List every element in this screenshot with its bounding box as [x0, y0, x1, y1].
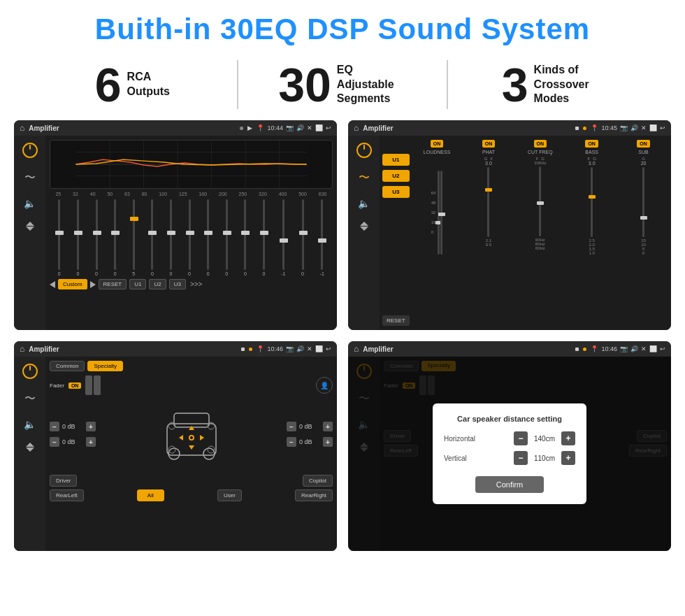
cross-wave-icon: 〜 — [24, 392, 36, 406]
all-btn[interactable]: All — [137, 489, 164, 501]
eq-slider-6[interactable]: 0 — [151, 199, 154, 276]
cutfreq-toggle[interactable]: ON — [534, 140, 547, 148]
phat-slider[interactable] — [487, 167, 489, 237]
vertical-minus-btn[interactable]: − — [514, 451, 528, 465]
sub-toggle[interactable]: ON — [637, 140, 650, 148]
vol-row-1: − 0 dB + — [50, 422, 96, 431]
bass-toggle[interactable]: ON — [585, 140, 598, 148]
amp2-presets: U1 U2 U3 RESET — [382, 140, 410, 326]
u1-button-eq[interactable]: U1 — [129, 279, 146, 289]
dialog-title: Car speaker distance setting — [444, 415, 575, 423]
screens-grid: ⌂ Amplifier ▶ 📍 10:44 📷 🔊 ✕ ⬜ ↩ 〜 🔈 — [0, 120, 685, 562]
stat-rca-text: RCAOutputs — [127, 70, 170, 99]
loudness-label: LOUDNESS — [424, 150, 451, 155]
rearright-btn[interactable]: RearRight — [295, 489, 333, 501]
user-btn[interactable]: User — [217, 489, 242, 501]
u3-preset[interactable]: U3 — [382, 186, 410, 198]
next-button[interactable] — [90, 281, 96, 288]
car-diagram — [101, 399, 281, 469]
cutfreq-slider[interactable] — [539, 166, 541, 236]
more-icon: >>> — [190, 280, 203, 288]
eq-slider-3[interactable]: 0 — [95, 199, 98, 276]
loudness-slider2-track[interactable] — [440, 171, 442, 255]
home-icon-4: ⌂ — [354, 344, 359, 354]
car-svg — [157, 399, 226, 469]
confirm-button[interactable]: Confirm — [475, 476, 545, 493]
amp2-controls: ON LOUDNESS 64 48 32 16 0 — [412, 140, 668, 326]
stat-eq-number: 30 — [278, 61, 331, 108]
plus-btn-1[interactable]: + — [86, 422, 96, 431]
eq-slider-12[interactable]: 0 — [263, 199, 266, 276]
eq-slider-4[interactable]: 0 — [114, 199, 117, 276]
vol-row-4: − 0 dB + — [287, 437, 333, 447]
vertical-row: Vertical − 110cm + — [444, 451, 575, 465]
horizontal-row: Horizontal − 140cm + — [444, 431, 575, 445]
eq-slider-10[interactable]: 0 — [225, 199, 228, 276]
u2-button-eq[interactable]: U2 — [149, 279, 166, 289]
crossover-body: 〜 🔈 Common Specialty Fader ON — [14, 357, 337, 551]
eq-slider-15[interactable]: -1 — [320, 199, 324, 276]
amp2-arrows-icon — [360, 222, 368, 231]
reset-btn-amp2[interactable]: RESET — [382, 315, 410, 326]
amp2-knob-icon[interactable] — [356, 143, 372, 158]
plus-btn-4[interactable]: + — [323, 437, 333, 447]
u1-preset[interactable]: U1 — [382, 154, 410, 166]
plus-btn-2[interactable]: + — [86, 437, 96, 447]
horizontal-minus-btn[interactable]: − — [514, 431, 528, 445]
stat-eq: 30 EQ AdjustableSegments — [238, 61, 447, 108]
eq-slider-11[interactable]: 0 — [244, 199, 247, 276]
cross-main-row: − 0 dB + − 0 dB + — [50, 399, 333, 469]
vertical-label: Vertical — [444, 454, 467, 462]
eq-slider-13[interactable]: -1 — [281, 199, 285, 276]
copilot-btn[interactable]: Copilot — [303, 475, 333, 487]
minus-btn-2[interactable]: − — [50, 437, 59, 447]
sub-slider[interactable] — [642, 167, 644, 237]
custom-button[interactable]: Custom — [58, 279, 87, 289]
bass-slider[interactable] — [591, 167, 593, 237]
cross-bottom-btns-2: RearLeft All User RearRight — [50, 489, 333, 501]
u3-button-eq[interactable]: U3 — [169, 279, 186, 289]
right-vol-controls: − 0 dB + − 0 dB + — [287, 422, 333, 447]
minus-btn-1[interactable]: − — [50, 422, 59, 431]
dot-icon-3b — [249, 348, 252, 351]
dot-icon-2a — [575, 127, 579, 130]
fader-slider-1[interactable] — [85, 375, 92, 395]
dot-icon-3a — [241, 348, 245, 351]
eq-slider-1[interactable]: 0 — [58, 199, 61, 276]
horizontal-plus-btn[interactable]: + — [561, 431, 575, 445]
cutfreq-label: CUT FREQ — [528, 150, 553, 155]
dot-icon-2b — [583, 127, 586, 130]
page-title: Buith-in 30EQ DSP Sound System — [0, 0, 685, 53]
bass-label: BASS — [585, 150, 598, 155]
prev-button[interactable] — [50, 281, 55, 288]
eq-slider-9[interactable]: 0 — [207, 199, 210, 276]
plus-btn-3[interactable]: + — [323, 422, 333, 431]
loudness-toggle[interactable]: ON — [431, 140, 444, 148]
eq-slider-7[interactable]: 0 — [170, 199, 173, 276]
vertical-controls: − 110cm + — [514, 451, 575, 465]
cross-arrows-icon — [26, 443, 34, 452]
screen-title-1: Amplifier — [29, 124, 236, 132]
eq-slider-8[interactable]: 0 — [188, 199, 191, 276]
eq-slider-14[interactable]: 0 — [301, 199, 304, 276]
cross-bottom-btns: Driver Copilot — [50, 475, 333, 487]
rearleft-btn[interactable]: RearLeft — [50, 489, 84, 501]
phat-toggle[interactable]: ON — [482, 140, 496, 148]
minus-btn-3[interactable]: − — [287, 422, 296, 431]
eq-knob-icon[interactable] — [22, 143, 38, 158]
stat-crossover: 3 Kinds ofCrossover Modes — [448, 61, 657, 108]
fader-slider-2[interactable] — [94, 375, 101, 395]
specialty-tab[interactable]: Specialty — [87, 361, 122, 371]
common-tab[interactable]: Common — [50, 361, 85, 371]
minus-btn-4[interactable]: − — [287, 437, 296, 447]
dialog-screen: ⌂ Amplifier 📍 10:46 📷 🔊 ✕ ⬜ ↩ 〜 🔈 — [348, 341, 671, 551]
vertical-plus-btn[interactable]: + — [561, 451, 575, 465]
cross-knob-icon[interactable] — [22, 364, 38, 379]
eq-slider-2[interactable]: 0 — [76, 199, 79, 276]
u2-preset[interactable]: U2 — [382, 170, 410, 182]
reset-button-eq[interactable]: RESET — [99, 279, 127, 289]
screen-icons-2: 📍 10:45 📷 🔊 ✕ ⬜ ↩ — [591, 124, 665, 131]
eq-slider-5[interactable]: 5 — [132, 199, 135, 276]
driver-btn[interactable]: Driver — [50, 475, 77, 487]
vol-row-3: − 0 dB + — [287, 422, 333, 431]
